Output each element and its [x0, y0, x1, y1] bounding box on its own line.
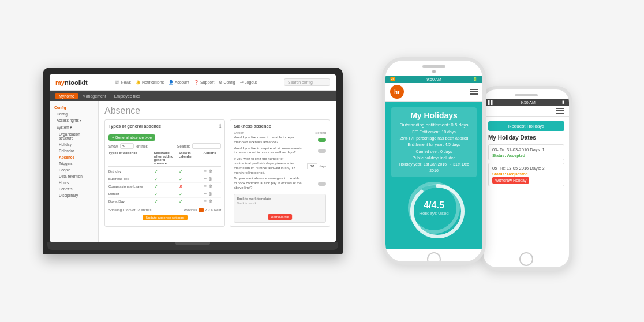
- row-type-3: Compassionate Leave: [108, 185, 153, 188]
- setting-label: Setting: [315, 131, 326, 134]
- row-actions-5: ✏ 🗑: [204, 199, 222, 204]
- table-header: Types of absence Selectable when adding …: [108, 151, 221, 167]
- back-to-work-content: Back to work...: [237, 201, 323, 205]
- nav-management[interactable]: Management: [79, 93, 110, 99]
- panel-absence-types: Types of general absence ℹ + General abs…: [104, 119, 225, 227]
- table-row: Dentist ✓ ✓ ✏ 🗑: [108, 190, 221, 198]
- laptop-body: myntoolkit 📰 News 🔔 Notifications 👤 Acco…: [43, 68, 343, 254]
- phone-brand-1: hr: [390, 85, 404, 99]
- row-sel-2: ✓: [154, 177, 178, 182]
- next-btn[interactable]: Next: [214, 208, 221, 212]
- phone-holiday-dates: ▌▌ 9:50 AM ▮ Request Holidays My Holiday…: [480, 86, 572, 271]
- sidebar-item-org[interactable]: Organisation structure: [50, 131, 98, 141]
- sidebar-item-people[interactable]: People: [50, 167, 98, 173]
- stat-3: Entitlement for year: 4.5 days: [395, 141, 473, 148]
- delete-icon-1[interactable]: 🗑: [208, 169, 212, 174]
- holiday-entry-1: 03- To: 31-03-2016 Days: 1 Status: Accep…: [488, 144, 564, 160]
- sidebar-item-absence[interactable]: Absence: [50, 154, 98, 160]
- circle-progress-svg: [408, 182, 467, 241]
- phone-status-bar-2: ▌▌ 9:50 AM ▮: [484, 99, 569, 106]
- edit-icon-1[interactable]: ✏: [204, 169, 207, 174]
- nav-notifications[interactable]: 🔔 Notifications: [136, 80, 164, 85]
- page-4[interactable]: 4: [211, 208, 213, 212]
- sidebar-item-holiday[interactable]: Holiday: [50, 141, 98, 148]
- phone-navbar-2: [484, 106, 569, 117]
- page-3[interactable]: 3: [208, 208, 209, 212]
- page-title: Absence: [104, 106, 330, 116]
- edit-icon-3[interactable]: ✏: [204, 184, 207, 189]
- delete-icon-3[interactable]: 🗑: [208, 184, 212, 189]
- remove-file-button[interactable]: Remove file: [268, 214, 292, 220]
- col-selectable: Selectable when adding general absence: [154, 151, 178, 165]
- edit-icon-2[interactable]: ✏: [204, 177, 207, 181]
- table-search-input[interactable]: [192, 143, 221, 149]
- withdraw-holiday-button[interactable]: Withdraw Holiday: [492, 177, 529, 184]
- holiday-dates-title: My Holiday Dates: [488, 134, 564, 141]
- app-header: myntoolkit 📰 News 🔔 Notifications 👤 Acco…: [50, 74, 336, 91]
- days-label: days: [319, 164, 326, 168]
- sickness-toggle-4[interactable]: [318, 182, 326, 186]
- sidebar-item-system[interactable]: System ▾: [50, 124, 98, 131]
- sidebar-item-data-retention[interactable]: Data retention: [50, 173, 98, 179]
- nav-support[interactable]: ❓ Support: [194, 80, 214, 85]
- phone-home-button-2[interactable]: [519, 252, 533, 266]
- nav-account[interactable]: 👤 Account: [169, 80, 189, 85]
- phone-home-button-1[interactable]: [427, 252, 441, 265]
- edit-icon-4[interactable]: ✏: [204, 192, 207, 196]
- delete-icon-5[interactable]: 🗑: [208, 199, 212, 204]
- signal-icon-2: ▌▌: [488, 100, 494, 104]
- entries-input[interactable]: [120, 143, 134, 149]
- sickness-days-input-wrapper: days: [307, 163, 326, 169]
- sickness-days-input[interactable]: [307, 163, 317, 169]
- sidebar-item-disciplinary[interactable]: Disciplinary: [50, 192, 98, 199]
- phone-camera: [432, 70, 436, 73]
- update-absence-button[interactable]: Update absence settings: [143, 215, 188, 220]
- nav-logout[interactable]: ↩ Logout: [240, 80, 257, 85]
- panel-left-title: Types of general absence ℹ: [108, 123, 221, 129]
- sidebar-item-hours[interactable]: Hours: [50, 179, 98, 186]
- holidays-header: My Holidays Outstanding entitlement: 0.5…: [391, 107, 477, 177]
- row-sel-1: ✓: [154, 169, 178, 174]
- sidebar-section-config: Config: [50, 104, 98, 111]
- nav-employee-files[interactable]: Employee files: [111, 93, 144, 99]
- sickness-col-headers: Option Setting: [234, 131, 326, 134]
- sidebar-item-access[interactable]: Access rights ▸: [50, 117, 98, 124]
- panel-left-title-text: Types of general absence: [108, 123, 161, 129]
- search-input[interactable]: Search config: [284, 78, 330, 86]
- edit-icon-5[interactable]: ✏: [204, 199, 207, 204]
- hamburger-menu-2[interactable]: [556, 108, 564, 114]
- app-sidebar: Config Config Access rights ▸ System ▾ O…: [50, 101, 99, 242]
- laptop-screen: myntoolkit 📰 News 🔔 Notifications 👤 Acco…: [50, 74, 336, 242]
- page-2[interactable]: 2: [205, 208, 207, 212]
- sidebar-item-benefits[interactable]: Benefits: [50, 186, 98, 192]
- phone-screen-2: Request Holidays My Holiday Dates 03- To…: [484, 106, 569, 249]
- request-holidays-button[interactable]: Request Holidays: [488, 121, 564, 131]
- battery-icon: 🔋: [473, 77, 478, 81]
- nav-myhome[interactable]: Myhome: [55, 93, 78, 99]
- holidays-circle: 4/4.5 Holidays Used: [408, 182, 460, 234]
- delete-icon-2[interactable]: 🗑: [208, 177, 212, 181]
- page-1[interactable]: 1: [199, 208, 204, 212]
- nav-config[interactable]: ⚙ Config: [219, 80, 235, 85]
- prev-btn[interactable]: Previous: [184, 208, 197, 212]
- row-sel-5: ✓: [154, 199, 178, 204]
- sidebar-item-config[interactable]: Config: [50, 111, 98, 117]
- row-type-1: Birthday: [108, 170, 153, 173]
- laptop: myntoolkit 📰 News 🔔 Notifications 👤 Acco…: [43, 68, 343, 254]
- add-absence-type-button[interactable]: + General absence type: [108, 134, 155, 141]
- app-main: Absence Types of general absence ℹ + Gen…: [99, 101, 336, 242]
- phone-speaker-2: [515, 94, 538, 96]
- delete-icon-4[interactable]: 🗑: [208, 192, 212, 196]
- row-type-4: Dentist: [108, 192, 153, 196]
- sickness-toggle-2[interactable]: [318, 149, 326, 153]
- sidebar-item-triggers[interactable]: Triggers: [50, 160, 98, 167]
- sidebar-item-calendar[interactable]: Calendar: [50, 148, 98, 154]
- row-sel-4: ✓: [154, 192, 178, 197]
- nav-news[interactable]: 📰 News: [115, 80, 131, 85]
- sickness-option-1: Would you like users to be able to repor…: [234, 136, 326, 145]
- sickness-toggle-1[interactable]: [318, 138, 326, 142]
- app-content: Config Config Access rights ▸ System ▾ O…: [50, 101, 336, 242]
- hamburger-menu-1[interactable]: [470, 89, 478, 95]
- sickness-opt-2-label: Would you like to require all sickness e…: [234, 147, 303, 156]
- phone-holidays: 📶 9:50 AM 🔋 hr My Holidays Outstanding e…: [382, 57, 486, 265]
